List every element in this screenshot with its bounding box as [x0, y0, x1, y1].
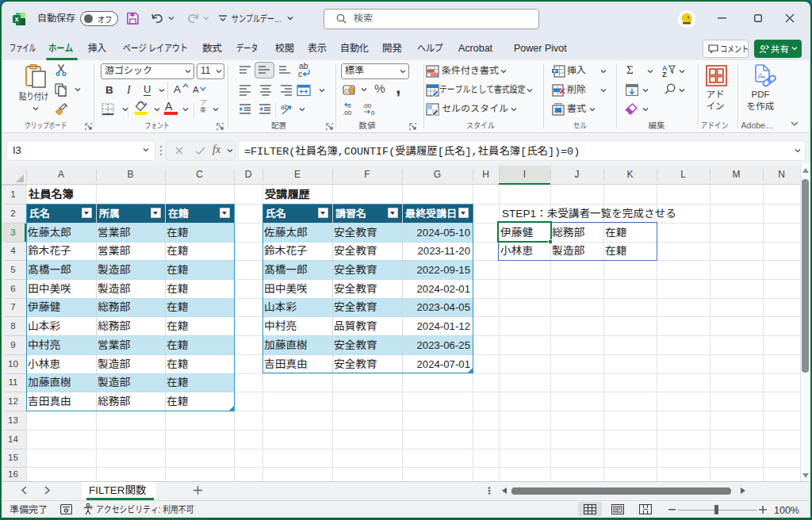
svg-text:.00: .00 [343, 109, 352, 116]
svg-text:?: ? [90, 505, 93, 510]
svg-text:Z: Z [662, 71, 667, 77]
svg-text:c: c [298, 69, 302, 78]
svg-text:0: 0 [347, 102, 351, 109]
svg-text:C: C [344, 88, 348, 94]
svg-text:0: 0 [371, 109, 375, 116]
svg-text:x: x [15, 15, 19, 23]
svg-text:.00: .00 [362, 102, 372, 109]
